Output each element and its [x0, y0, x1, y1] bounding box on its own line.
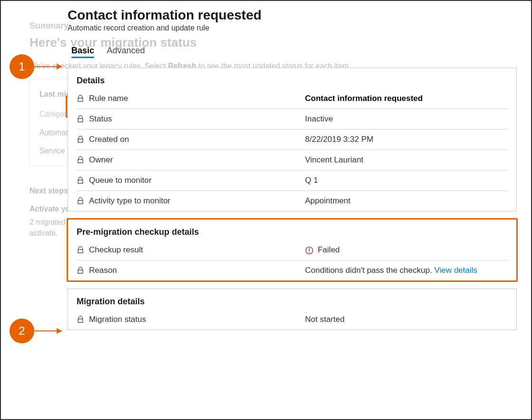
field-label: Created on: [89, 135, 129, 144]
checkup-result-value: Failed: [305, 245, 340, 255]
details-row: OwnerVincent Lauriant: [77, 150, 508, 170]
field-label: Owner: [89, 155, 113, 165]
details-card: Details Rule nameContact information req…: [68, 68, 517, 211]
lock-icon: [77, 156, 84, 164]
callout-arrow-2: [34, 330, 62, 331]
checkup-heading: Pre-migration checkup details: [77, 227, 508, 237]
field-label: Queue to monitor: [89, 176, 151, 185]
field-value: 8/22/2019 3:32 PM: [305, 135, 374, 144]
lock-icon: [77, 316, 84, 323]
field-value: Vincent Lauriant: [305, 155, 364, 165]
field-label: Activity type to monitor: [89, 196, 170, 206]
lock-icon: [77, 246, 84, 254]
lock-icon: [77, 136, 84, 143]
migration-heading: Migration details: [77, 297, 508, 307]
details-row: Activity type to monitorAppointment: [77, 191, 508, 211]
tab-basic[interactable]: Basic: [68, 44, 98, 60]
svg-point-2: [309, 251, 310, 252]
callout-badge-2: 2: [10, 319, 34, 343]
reason-label: Reason: [89, 266, 117, 275]
field-value: Inactive: [305, 114, 333, 124]
migration-card: Migration details Migration status Not s…: [68, 289, 517, 330]
checkup-card: Pre-migration checkup details Checkup re…: [68, 219, 517, 281]
details-heading: Details: [77, 76, 508, 86]
migration-status-value: Not started: [305, 315, 345, 324]
lock-icon: [77, 197, 84, 205]
lock-icon: [77, 267, 84, 274]
lock-icon: [77, 95, 84, 102]
view-details-link[interactable]: View details: [434, 266, 477, 275]
checkup-result-label: Checkup result: [89, 245, 143, 255]
callout-arrow-1: [34, 66, 62, 67]
callout-badge-1: 1: [10, 54, 34, 79]
field-label: Rule name: [89, 94, 128, 103]
reason-value: Conditions didn't pass the checkup. View…: [305, 266, 477, 275]
lock-icon: [77, 115, 84, 123]
field-label: Status: [89, 114, 112, 124]
details-row: Created on8/22/2019 3:32 PM: [77, 130, 508, 150]
field-value: Appointment: [305, 196, 350, 206]
lock-icon: [77, 177, 84, 184]
page-title: Contact information requested: [68, 8, 517, 23]
details-row: StatusInactive: [77, 109, 508, 130]
details-row: Queue to monitorQ 1: [77, 170, 508, 191]
page-subtitle: Automatic record creation and update rul…: [68, 24, 517, 32]
migration-status-label: Migration status: [89, 315, 146, 324]
field-value: Contact information requested: [305, 94, 423, 103]
details-row: Rule nameContact information requested: [77, 89, 508, 109]
tabs: Basic Advanced: [68, 44, 517, 60]
field-value: Q 1: [305, 176, 318, 185]
tab-advanced[interactable]: Advanced: [103, 44, 149, 58]
record-detail-panel: Contact information requested Automatic …: [68, 8, 517, 414]
